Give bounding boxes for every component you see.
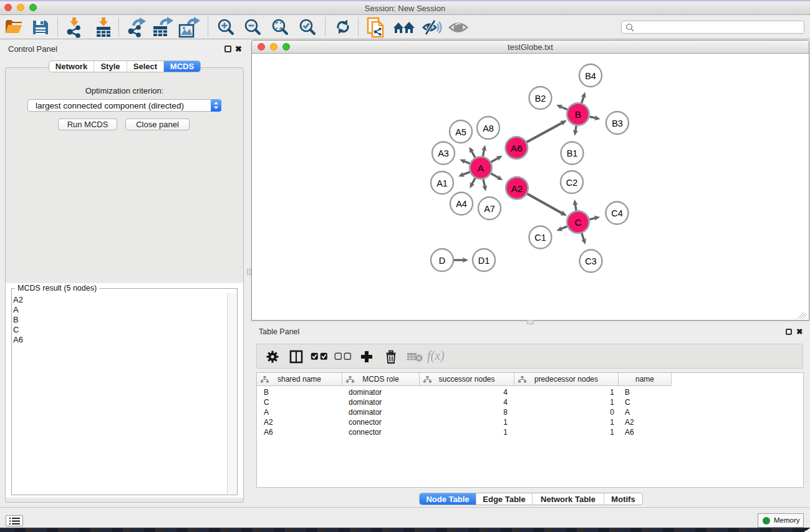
svg-text:A4: A4 bbox=[456, 199, 467, 209]
svg-text:A5: A5 bbox=[455, 127, 466, 137]
svg-text:C2: C2 bbox=[566, 178, 578, 188]
svg-text:A: A bbox=[478, 163, 485, 173]
svg-text:B3: B3 bbox=[612, 118, 623, 128]
svg-text:B1: B1 bbox=[567, 148, 578, 158]
svg-text:A7: A7 bbox=[484, 204, 495, 214]
svg-text:A6: A6 bbox=[511, 143, 523, 153]
svg-text:C1: C1 bbox=[534, 233, 546, 243]
svg-text:D: D bbox=[439, 256, 445, 266]
svg-text:B2: B2 bbox=[535, 94, 546, 104]
svg-text:A8: A8 bbox=[483, 123, 494, 133]
svg-text:D1: D1 bbox=[478, 256, 490, 266]
svg-text:C4: C4 bbox=[611, 208, 623, 218]
svg-text:C: C bbox=[574, 217, 581, 228]
svg-text:A1: A1 bbox=[436, 178, 448, 188]
svg-text:C3: C3 bbox=[585, 256, 597, 266]
svg-text:A3: A3 bbox=[438, 148, 449, 158]
svg-text:B: B bbox=[575, 109, 581, 120]
svg-text:B4: B4 bbox=[585, 71, 596, 81]
svg-text:A2: A2 bbox=[511, 183, 523, 194]
